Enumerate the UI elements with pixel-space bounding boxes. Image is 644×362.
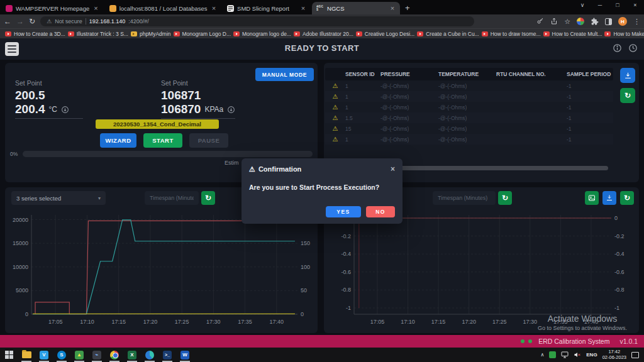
tab-smd-report[interactable]: SMD Slicing Report × — [223, 2, 311, 14]
bookmark-item[interactable]: Create a Cube in Cu... — [417, 31, 479, 37]
table-row[interactable]: ⚠ 1 -@-(-Ohms) -@-(-Ohms) -1 — [325, 134, 613, 145]
bookmark-item[interactable]: How to draw Isome... — [482, 31, 541, 37]
cell-temperature: -@-(-Ohms) — [438, 104, 496, 111]
yes-button[interactable]: YES — [326, 206, 361, 217]
back-icon[interactable]: ← — [4, 18, 11, 25]
table-refresh-button[interactable]: ↻ — [620, 88, 635, 103]
bookmark-item[interactable]: Adobe Illustrator 20... — [294, 31, 353, 37]
no-button[interactable]: NO — [366, 206, 395, 217]
tab-wampserver[interactable]: WAMPSERVER Homepage × — [1, 2, 104, 14]
table-row[interactable]: ⚠ 15 -@-(-Ohms) -@-(-Ohms) -1 — [325, 123, 613, 134]
table-row[interactable]: ⚠ 1 -@-(-Ohms) -@-(-Ohms) -1 — [325, 80, 613, 91]
tab-localhost[interactable]: localhost:8081 / Local Databases × — [105, 2, 221, 14]
chevron-down-icon: ▾ — [98, 195, 101, 201]
pause-button[interactable]: PAUSE — [189, 133, 228, 148]
bookmark-label: How to Create Mult... — [552, 31, 602, 37]
cell-sample-period: -1 — [567, 94, 613, 100]
url-field[interactable]: ⚠ Not secure 192.168.1.140 :4200/#/ — [40, 16, 474, 26]
chart-download-button[interactable] — [602, 191, 616, 205]
new-tab-button[interactable]: + — [405, 3, 410, 13]
info-icon[interactable] — [613, 43, 622, 53]
taskbar-skype[interactable]: S — [53, 348, 70, 362]
tab-close-icon[interactable]: × — [300, 5, 306, 12]
bookmark-item[interactable]: Illustrator Trick : 3 S... — [68, 31, 128, 37]
taskbar-dev-app[interactable]: ⌁ — [88, 348, 106, 362]
start-button[interactable]: START — [143, 133, 182, 148]
password-key-icon[interactable] — [536, 18, 544, 25]
bookmark-label: How to draw Isome... — [491, 31, 541, 37]
tab-search-icon[interactable]: ∨ — [574, 0, 591, 10]
tab-ngcs-active[interactable]: NGCS NGCS × — [312, 2, 400, 14]
language-indicator[interactable]: ENG — [586, 352, 597, 358]
browser-menu-icon[interactable]: ⋮ — [633, 18, 640, 26]
taskbar-excel[interactable]: X — [123, 348, 141, 362]
taskbar-word[interactable]: W — [176, 348, 194, 362]
cell-sensor-id: 1 — [345, 104, 380, 111]
bookmark-item[interactable]: How to Create a 3D... — [5, 31, 65, 37]
bookmark-item[interactable]: Monogram Logo D... — [174, 31, 231, 37]
table-body: ⚠ 1 -@-(-Ohms) -@-(-Ohms) -1 ⚠ 1 -@-(-Oh… — [325, 80, 613, 145]
speaker-muted-icon[interactable] — [574, 351, 581, 358]
taskbar-edge[interactable] — [141, 348, 158, 362]
tab-title: localhost:8081 / Local Databases — [119, 5, 208, 12]
dialog-message: Are you sure to Start Process Execution? — [249, 184, 395, 191]
tab-close-icon[interactable]: × — [211, 5, 217, 12]
maximize-button[interactable]: □ — [609, 0, 626, 10]
chart-refresh-button[interactable]: ↻ — [620, 191, 634, 205]
minimize-button[interactable]: ─ — [591, 0, 609, 10]
color-extension-icon[interactable] — [577, 18, 584, 25]
extensions-puzzle-icon[interactable] — [591, 18, 599, 26]
table-row[interactable]: ⚠ 1 -@-(-Ohms) -@-(-Ohms) -1 — [325, 91, 613, 102]
notification-center-icon[interactable] — [631, 352, 639, 358]
tab-close-icon[interactable]: × — [389, 5, 396, 12]
cell-pressure: -@-(-Ohms) — [380, 94, 438, 100]
chart-refresh-button[interactable]: ↻ — [201, 191, 215, 205]
tray-app-icon[interactable] — [549, 351, 556, 358]
taskbar-clock[interactable]: 17:42 02-06-2023 — [602, 349, 626, 360]
reload-icon[interactable]: ↻ — [29, 18, 35, 25]
wizard-button[interactable]: WIZARD — [100, 133, 136, 148]
start-button[interactable] — [0, 348, 18, 362]
manual-mode-button[interactable]: MANUAL MODE — [255, 68, 314, 81]
network-display-icon[interactable] — [561, 351, 569, 358]
bookmark-item[interactable]: How to Make Multi... — [604, 31, 644, 37]
pressure-insert-icon[interactable] — [227, 106, 235, 114]
profile-avatar[interactable]: H — [618, 17, 627, 26]
chart-snapshot-button[interactable] — [585, 191, 599, 205]
history-clock-icon[interactable] — [628, 43, 638, 53]
taskbar-vscode[interactable]: V — [35, 348, 53, 362]
tray-expand-icon[interactable]: ∧ — [540, 352, 544, 358]
bookmark-star-icon[interactable]: ☆ — [564, 18, 570, 26]
svg-text:17:10: 17:10 — [80, 319, 94, 325]
taskbar-chrome[interactable] — [106, 348, 123, 362]
bookmark-item[interactable]: How to Create Mult... — [543, 31, 602, 37]
tab-close-icon[interactable]: × — [92, 5, 99, 12]
dialog-close-icon[interactable]: × — [391, 165, 395, 173]
bookmark-item[interactable]: phpMyAdmin — [131, 31, 171, 37]
bookmark-item[interactable]: Creative Logo Desi... — [356, 31, 414, 37]
table-horizontal-scrollbar[interactable] — [398, 166, 608, 170]
taskbar-powershell[interactable]: >_ — [158, 348, 176, 362]
split-screen-extension-icon[interactable] — [605, 18, 612, 25]
report-favicon-icon — [227, 5, 234, 12]
table-row[interactable]: ⚠ 1.5 -@-(-Ohms) -@-(-Ohms) -1 — [325, 112, 613, 123]
series-select[interactable]: 3 series selected ▾ — [11, 191, 106, 205]
ngcs-favicon-icon: NGCS — [316, 5, 324, 12]
taskbar-file-explorer[interactable] — [18, 348, 35, 362]
address-bar-icons: ☆ H ⋮ — [536, 17, 640, 26]
cell-sensor-id: 1.5 — [345, 115, 380, 121]
taskbar-photos[interactable]: ▲ — [70, 348, 88, 362]
share-icon[interactable] — [550, 18, 558, 25]
timespan-input[interactable] — [145, 191, 199, 205]
youtube-icon — [482, 31, 488, 36]
table-row[interactable]: ⚠ 1 -@-(-Ohms) -@-(-Ohms) -1 — [325, 102, 613, 112]
chart-refresh-button[interactable]: ↻ — [498, 191, 512, 205]
youtube-icon — [356, 31, 362, 36]
close-button[interactable]: × — [626, 0, 644, 10]
browser-tabstrip: WAMPSERVER Homepage × localhost:8081 / L… — [0, 0, 644, 14]
table-download-button[interactable] — [620, 68, 635, 83]
timespan-input[interactable] — [433, 191, 496, 205]
forward-icon[interactable]: → — [16, 18, 24, 25]
temperature-insert-icon[interactable] — [61, 106, 69, 114]
bookmark-item[interactable]: Monogram logo de... — [233, 31, 291, 37]
